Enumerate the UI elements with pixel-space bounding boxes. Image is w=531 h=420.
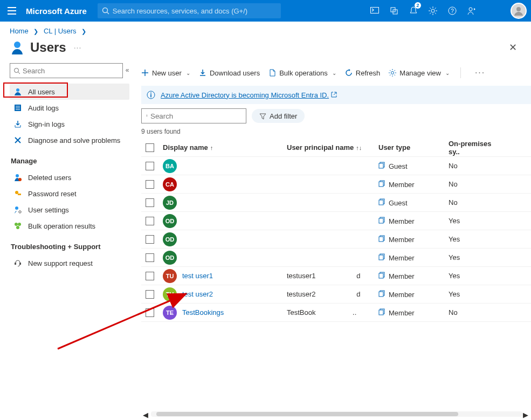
col-header-user-type[interactable]: User type bbox=[378, 143, 449, 152]
sidebar-item-password-reset[interactable]: Password reset bbox=[10, 185, 129, 202]
table-row[interactable]: CAMemberNo bbox=[141, 175, 531, 194]
user-name-link[interactable]: TestBookings bbox=[182, 308, 224, 316]
help-icon[interactable]: ? bbox=[444, 0, 461, 22]
sidebar-search-input[interactable] bbox=[23, 67, 119, 75]
row-checkbox[interactable] bbox=[146, 272, 154, 280]
display-name-cell: OD bbox=[163, 232, 287, 246]
settings-icon[interactable] bbox=[424, 0, 442, 22]
copy-icon[interactable] bbox=[378, 235, 385, 242]
row-checkbox[interactable] bbox=[146, 308, 154, 317]
user-type-cell: Member bbox=[378, 272, 449, 280]
global-search-input[interactable] bbox=[113, 7, 277, 15]
copy-icon[interactable] bbox=[378, 162, 385, 169]
global-search[interactable] bbox=[98, 3, 281, 18]
sidebar-item-diagnose[interactable]: Diagnose and solve problems bbox=[10, 132, 129, 148]
table-row[interactable]: ODMemberYes bbox=[141, 230, 531, 249]
svg-point-23 bbox=[19, 211, 21, 213]
cloud-shell-icon[interactable] bbox=[366, 0, 383, 22]
copy-icon[interactable] bbox=[378, 290, 385, 297]
upn-cell: testuser1 d bbox=[287, 272, 378, 280]
row-checkbox[interactable] bbox=[146, 162, 154, 170]
sidebar-item-deleted-users[interactable]: Deleted users bbox=[10, 169, 129, 185]
table-row[interactable]: ODMemberYes bbox=[141, 212, 531, 230]
bulk-icon bbox=[13, 221, 23, 231]
chevron-down-icon: ⌄ bbox=[186, 70, 190, 76]
breadcrumb-service[interactable]: CL | Users bbox=[44, 27, 77, 35]
menu-toggle-icon[interactable] bbox=[4, 7, 19, 15]
refresh-icon bbox=[345, 69, 353, 77]
svg-rect-28 bbox=[19, 263, 21, 265]
svg-rect-48 bbox=[379, 273, 383, 278]
row-checkbox[interactable] bbox=[146, 217, 154, 225]
table-search[interactable] bbox=[141, 108, 246, 123]
directories-icon[interactable] bbox=[385, 0, 403, 22]
select-all-checkbox[interactable] bbox=[146, 143, 154, 152]
table-row[interactable]: TUtest user1testuser1 dMemberYes bbox=[141, 267, 531, 285]
row-checkbox[interactable] bbox=[146, 180, 154, 189]
account-avatar[interactable] bbox=[511, 3, 527, 19]
svg-rect-27 bbox=[15, 263, 16, 265]
command-bar: New user ⌄ Download users Bulk operation… bbox=[141, 63, 531, 82]
user-name-link[interactable]: test user1 bbox=[182, 272, 213, 280]
feedback-icon[interactable] bbox=[463, 0, 480, 22]
sidebar-item-user-settings[interactable]: User settings bbox=[10, 202, 129, 218]
scroll-left-button[interactable]: ◀ bbox=[142, 411, 149, 418]
table-row[interactable]: JDGuestNo bbox=[141, 194, 531, 212]
svg-line-12 bbox=[18, 72, 20, 74]
bulk-operations-button[interactable]: Bulk operations ⌄ bbox=[268, 69, 336, 77]
horizontal-scrollbar[interactable] bbox=[151, 411, 522, 417]
account-label[interactable] bbox=[482, 0, 502, 22]
svg-rect-38 bbox=[379, 182, 383, 187]
manage-view-button[interactable]: Manage view ⌄ bbox=[389, 69, 450, 77]
refresh-button[interactable]: Refresh bbox=[345, 69, 381, 77]
col-header-upn[interactable]: User principal name↑↓ bbox=[287, 143, 378, 152]
brand-label[interactable]: Microsoft Azure bbox=[26, 6, 87, 16]
svg-point-10 bbox=[14, 42, 20, 48]
table-row[interactable]: TUtest user2testuser2 dMemberYes bbox=[141, 285, 531, 304]
sidebar-item-signin-logs[interactable]: Sign-in logs bbox=[10, 116, 129, 132]
sidebar-item-label: Bulk operation results bbox=[28, 222, 95, 230]
info-banner-link[interactable]: Azure Active Directory is becoming Micro… bbox=[161, 91, 329, 99]
svg-point-5 bbox=[431, 9, 435, 12]
add-filter-button[interactable]: Add filter bbox=[252, 109, 305, 123]
more-commands-button[interactable]: ··· bbox=[472, 68, 488, 78]
gear-icon bbox=[389, 69, 396, 77]
svg-point-9 bbox=[516, 7, 521, 11]
row-checkbox[interactable] bbox=[146, 253, 154, 262]
scroll-right-button[interactable]: ▶ bbox=[522, 411, 529, 418]
scrollbar-thumb[interactable] bbox=[156, 412, 458, 416]
sidebar-item-bulk-results[interactable]: Bulk operation results bbox=[10, 218, 129, 234]
copy-icon[interactable] bbox=[378, 272, 385, 279]
svg-rect-44 bbox=[379, 237, 383, 242]
upn-cell: TestBook .. bbox=[287, 308, 378, 316]
new-user-button[interactable]: New user ⌄ bbox=[141, 69, 190, 77]
notifications-icon[interactable]: 2 bbox=[405, 0, 422, 22]
page-more-menu[interactable]: ··· bbox=[74, 43, 82, 52]
display-name-cell: TUtest user1 bbox=[163, 269, 287, 283]
breadcrumb-home[interactable]: Home bbox=[10, 27, 29, 35]
table-row[interactable]: ODMemberYes bbox=[141, 249, 531, 267]
collapse-sidebar-icon[interactable]: « bbox=[123, 66, 132, 74]
copy-icon[interactable] bbox=[378, 217, 385, 224]
user-name-link[interactable]: test user2 bbox=[182, 290, 213, 298]
sidebar-item-all-users[interactable]: All users bbox=[10, 84, 129, 100]
copy-icon[interactable] bbox=[378, 198, 385, 205]
table-row[interactable]: TETestBookingsTestBook ..MemberNo bbox=[141, 304, 531, 322]
col-header-onprem[interactable]: On-premises sy.. bbox=[449, 140, 502, 156]
row-checkbox[interactable] bbox=[146, 290, 154, 299]
copy-icon[interactable] bbox=[378, 308, 385, 315]
user-avatar: TU bbox=[163, 269, 177, 283]
row-checkbox[interactable] bbox=[146, 235, 154, 244]
sidebar-item-audit-logs[interactable]: Audit logs bbox=[10, 100, 129, 116]
table-row[interactable]: BAGuestNo bbox=[141, 157, 531, 175]
sidebar-section-troubleshoot: Troubleshooting + Support bbox=[11, 243, 129, 251]
sidebar-item-support-request[interactable]: New support request bbox=[10, 255, 129, 271]
download-users-button[interactable]: Download users bbox=[199, 69, 260, 77]
table-search-input[interactable] bbox=[150, 112, 242, 120]
close-blade-button[interactable]: ✕ bbox=[505, 39, 521, 56]
copy-icon[interactable] bbox=[378, 180, 385, 187]
copy-icon[interactable] bbox=[378, 253, 385, 260]
row-checkbox[interactable] bbox=[146, 198, 154, 207]
sidebar-search[interactable] bbox=[10, 63, 123, 78]
col-header-display-name[interactable]: Display name↑ bbox=[163, 143, 287, 152]
